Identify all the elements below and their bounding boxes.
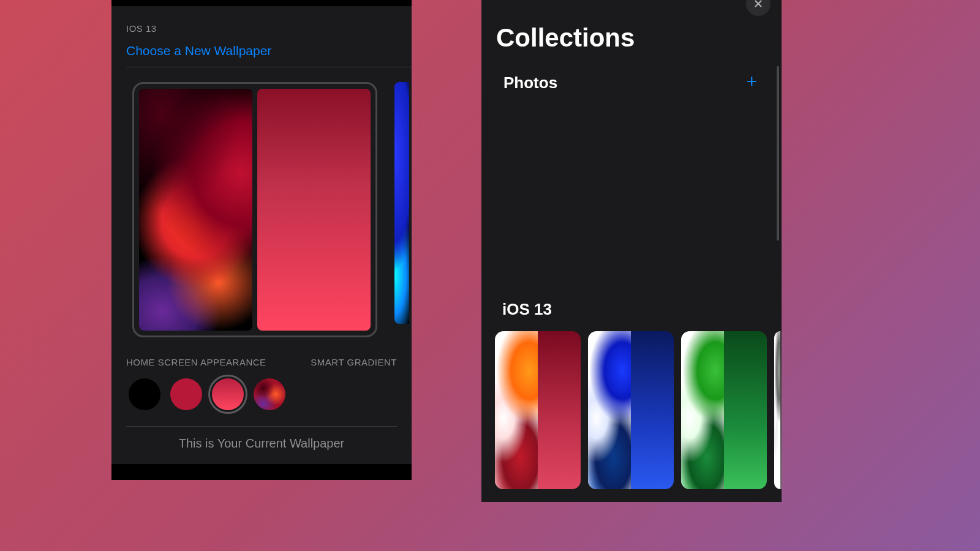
lockscreen-preview[interactable] [139,89,252,331]
collections-panel: Collections Photos + iOS 13 [481,0,782,502]
swatch-gradient[interactable] [212,378,244,410]
choose-new-wallpaper-link[interactable]: Choose a New Wallpaper [111,40,412,67]
swatch-dark[interactable] [129,378,160,410]
homescreen-preview[interactable] [257,89,371,331]
wallpaper-settings-panel: IOS 13 Choose a New Wallpaper HOME SCREE… [111,0,412,480]
wallpaper-preview-row[interactable] [111,67,412,352]
top-black-strip [111,0,412,6]
close-icon [753,0,764,9]
collection-gray-peek[interactable] [774,331,782,489]
photos-label: Photos [503,73,557,92]
bottom-black-strip [111,464,412,480]
next-preview-peek [394,82,409,324]
collection-red[interactable] [495,331,581,489]
collection-blue[interactable] [588,331,674,489]
swatch-wallpaper[interactable] [254,378,285,410]
photos-row: Photos + [481,60,782,98]
next-wallpaper-peek[interactable] [394,82,409,337]
add-photos-button[interactable]: + [746,72,757,93]
collections-title: Collections [481,0,782,60]
current-wallpaper-label: This is Your Current Wallpaper [126,426,397,464]
current-wallpaper-pair[interactable] [132,82,377,337]
ios13-section-label: IOS 13 [111,6,412,40]
ios13-collection-row[interactable] [481,326,782,489]
scrollbar[interactable] [777,66,779,241]
appearance-header-row: HOME SCREEN APPEARANCE SMART GRADIENT [111,352,412,367]
home-screen-appearance-label: HOME SCREEN APPEARANCE [126,357,266,367]
appearance-swatches [111,367,412,426]
smart-gradient-label: SMART GRADIENT [311,357,397,367]
collection-green[interactable] [681,331,767,489]
swatch-crimson[interactable] [170,378,202,410]
ios13-collection-label: iOS 13 [481,98,782,326]
